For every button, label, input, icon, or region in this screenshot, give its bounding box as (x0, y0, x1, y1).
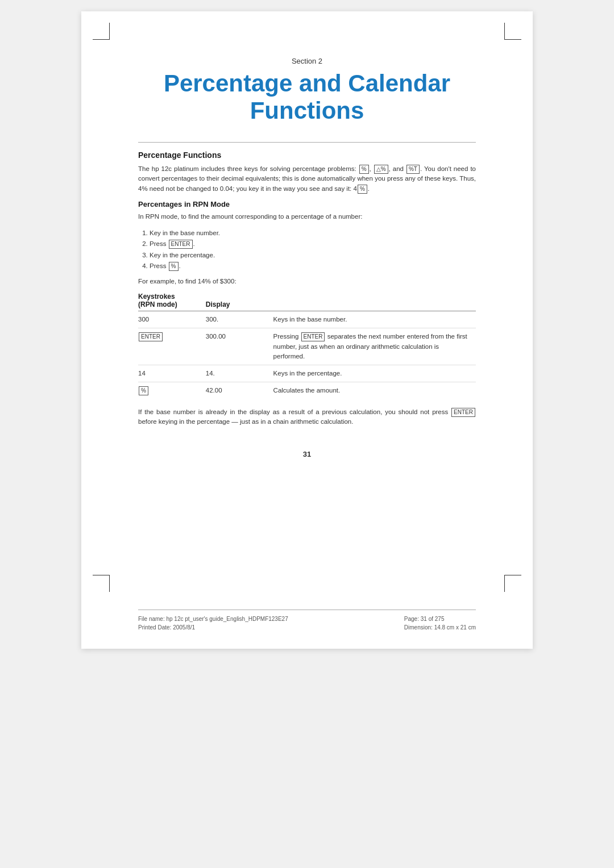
rpn-intro: In RPN mode, to find the amount correspo… (138, 212, 476, 222)
percent-key-3: %T (406, 165, 420, 174)
percent-key-table: % (139, 386, 148, 395)
keystroke-enter: ENTER (138, 328, 206, 365)
step-2: Press ENTER. (150, 239, 476, 250)
footer-printed-date: Printed Date: 2005/8/1 (138, 624, 195, 631)
step-4: Press %. (150, 261, 476, 272)
corner-bottom-left (93, 575, 110, 592)
percent-key-inline: % (358, 185, 367, 194)
footer-filename: File name: hp 12c pt_user's guide_Englis… (138, 616, 288, 622)
table-row: 14 14. Keys in the percentage. (138, 365, 476, 382)
page: Section 2 Percentage and Calendar Functi… (81, 11, 533, 649)
keystroke-percent: % (138, 382, 206, 399)
display-300: 300. (206, 311, 273, 328)
percentage-functions-heading: Percentage Functions (138, 151, 476, 160)
rpn-example-table: Keystrokes(RPN mode) Display 300 300. Ke… (138, 290, 476, 399)
step-3: Key in the percentage. (150, 250, 476, 261)
footer-left: File name: hp 12c pt_user's guide_Englis… (138, 615, 288, 632)
section-label: Section 2 (138, 57, 476, 65)
display-14: 14. (206, 365, 273, 382)
desc-300: Keys in the base number. (273, 311, 476, 328)
display-enter: 300.00 (206, 328, 273, 365)
table-row: 300 300. Keys in the base number. (138, 311, 476, 328)
closing-paragraph: If the base number is already in the dis… (138, 407, 476, 428)
page-number: 31 (138, 450, 476, 458)
th-description (273, 290, 476, 311)
keystroke-14: 14 (138, 365, 206, 382)
footer: File name: hp 12c pt_user's guide_Englis… (138, 610, 476, 632)
enter-key-table: ENTER (139, 332, 163, 341)
desc-42: Calculates the amount. (273, 382, 476, 399)
table-row: % 42.00 Calculates the amount. (138, 382, 476, 399)
chapter-title: Percentage and Calendar Functions (138, 70, 476, 125)
percent-key-2: △% (374, 165, 388, 174)
percent-key-step4: % (169, 262, 179, 271)
divider (138, 142, 476, 143)
example-label: For example, to find 14% of $300: (138, 278, 476, 285)
corner-top-left (93, 23, 110, 40)
rpn-mode-heading: Percentages in RPN Mode (138, 200, 476, 208)
footer-right: Page: 31 of 275 Dimension: 14.8 cm x 21 … (404, 615, 476, 632)
desc-14: Keys in the percentage. (273, 365, 476, 382)
step-1: Key in the base number. (150, 228, 476, 239)
display-42: 42.00 (206, 382, 273, 399)
intro-paragraph: The hp 12c platinum includes three keys … (138, 164, 476, 194)
corner-top-right (504, 23, 521, 40)
rpn-steps-list: Key in the base number. Press ENTER. Key… (138, 228, 476, 272)
corner-bottom-right (504, 575, 521, 592)
footer-page-info: Page: 31 of 275 (404, 616, 445, 622)
enter-key-closing: ENTER (451, 408, 475, 417)
footer-dimension: Dimension: 14.8 cm x 21 cm (404, 624, 476, 631)
table-row: ENTER 300.00 Pressing ENTER separates th… (138, 328, 476, 365)
percentage-functions-section: Percentage Functions The hp 12c platinum… (138, 151, 476, 428)
keystroke-300: 300 (138, 311, 206, 328)
enter-key-step2: ENTER (169, 240, 193, 249)
desc-enter: Pressing ENTER separates the next number… (273, 328, 476, 365)
th-keystrokes: Keystrokes(RPN mode) (138, 290, 206, 311)
percent-key-1: % (359, 165, 369, 174)
enter-key-desc: ENTER (301, 332, 325, 341)
th-display: Display (206, 290, 273, 311)
